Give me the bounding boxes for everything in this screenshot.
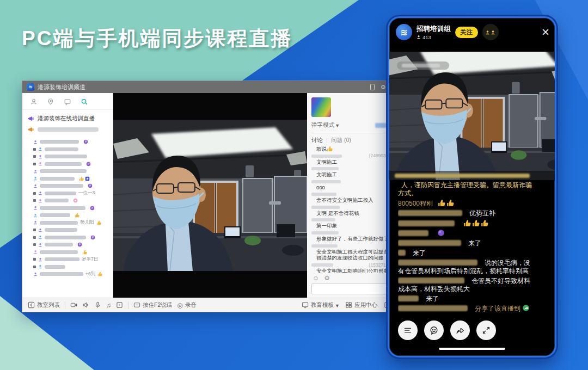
user-badges — [96, 220, 101, 225]
member-icon — [38, 235, 42, 239]
share-button[interactable] — [450, 320, 470, 340]
tab-questions[interactable]: 问题 (0) — [331, 137, 351, 144]
settings-icon[interactable]: ⚙ — [381, 84, 386, 90]
share-thumbnail[interactable] — [311, 97, 331, 117]
attendee-row[interactable] — [33, 198, 109, 203]
pc-bottom-bar: 教室列表 ♫ 按住F2说话 ◎ 录音 教育模板 ▾ — [22, 298, 421, 312]
redacted-link[interactable] — [375, 123, 387, 128]
admin-marker-icon — [33, 148, 36, 151]
record-button[interactable]: ◎ 录音 — [177, 301, 196, 309]
mode-label[interactable]: 弹字模式 — [311, 121, 334, 129]
comment-emojis — [463, 219, 488, 227]
comment-text: 来了 — [426, 295, 439, 303]
user-badges — [83, 139, 88, 144]
redacted-username — [40, 206, 85, 210]
attendee-list: 一位一3 — [22, 137, 113, 298]
attendee-row[interactable] — [33, 227, 109, 232]
device-icon[interactable] — [370, 84, 375, 90]
redacted-username — [45, 162, 82, 166]
member-icon — [38, 243, 42, 247]
attendee-row[interactable]: +6到 — [33, 272, 109, 276]
member-icon — [33, 220, 38, 225]
admin-marker-icon — [33, 199, 36, 202]
live-comment: 人，谨防因冒充主播管理受骗。留意最新诈骗方式。 — [398, 181, 536, 198]
push-to-talk-button[interactable]: 按住F2说话 — [133, 301, 172, 309]
attendee-row[interactable] — [33, 213, 109, 218]
message-text: 000 — [316, 184, 325, 190]
message-text: 文明施工 — [316, 159, 337, 165]
redacted-commenter-name — [398, 230, 428, 236]
key-icon — [133, 301, 140, 309]
search-icon[interactable] — [81, 98, 88, 106]
menu-lines-icon — [403, 325, 413, 335]
message-emojis — [327, 146, 333, 152]
microphone-icon[interactable] — [94, 301, 101, 309]
attendee-row[interactable]: 一位一3 — [33, 191, 109, 196]
admin-marker-icon — [33, 155, 36, 158]
home-indicator[interactable] — [439, 348, 505, 350]
message-icon[interactable] — [64, 98, 71, 106]
settings-small-icon[interactable]: ⚙ — [324, 274, 330, 282]
tab-discussion[interactable]: 讨论 — [311, 137, 323, 144]
live-comment: 来了 — [398, 295, 536, 303]
admin-marker-icon — [33, 266, 36, 268]
username-fragment: +6到 — [85, 271, 95, 278]
attendee-row[interactable] — [33, 235, 109, 240]
attendee-row[interactable] — [33, 264, 109, 269]
redacted-sender — [311, 244, 338, 248]
attendee-row[interactable] — [33, 176, 109, 181]
caret-down-icon[interactable]: ▾ — [336, 122, 339, 128]
redacted-username — [45, 236, 86, 239]
viewer-person-icon — [416, 35, 421, 39]
comment-text: 分享了该直播到 — [475, 305, 520, 312]
fullscreen-button[interactable] — [476, 320, 496, 340]
location-icon[interactable] — [47, 98, 54, 106]
camera-icon[interactable] — [70, 301, 77, 309]
follow-button[interactable]: 关注 — [455, 27, 478, 38]
contacts-icon[interactable] — [30, 98, 38, 106]
music-icon[interactable]: ♫ — [106, 301, 111, 309]
attendee-row[interactable] — [33, 162, 109, 166]
attendee-row[interactable] — [33, 206, 109, 211]
monitor-icon — [302, 301, 309, 309]
attendee-row[interactable] — [33, 169, 109, 174]
channel-item-redacted[interactable] — [28, 126, 107, 133]
close-icon[interactable]: × — [542, 26, 549, 39]
panel-grid-icon[interactable] — [116, 301, 123, 309]
pc-titlebar[interactable]: ≋ 港源装饰培训频道 ⚙ × — [22, 81, 421, 93]
redacted-sender — [311, 231, 339, 235]
app-logo-icon: ≋ — [396, 24, 412, 40]
pc-sidebar: 港源装饰在线培训直播 — [22, 93, 113, 298]
attendee-row[interactable] — [33, 250, 109, 255]
emoji-icon[interactable]: ☺ — [313, 274, 319, 282]
channel-item-live[interactable]: 港源装饰在线培训直播 — [28, 115, 107, 122]
megaphone-icon — [28, 115, 34, 122]
attendee-row[interactable] — [33, 183, 109, 188]
redacted-username — [40, 177, 75, 181]
attendee-row[interactable] — [33, 139, 109, 144]
member-icon — [38, 191, 42, 195]
rank-person-icon — [491, 30, 495, 35]
attendee-row[interactable]: 势儿阳 — [33, 220, 109, 225]
member-icon — [38, 199, 42, 203]
redacted-commenter-name — [398, 210, 462, 216]
user-badges — [79, 176, 90, 181]
sidebar-toolbar — [22, 96, 113, 110]
redacted-username — [45, 192, 76, 195]
attendee-row[interactable] — [33, 242, 109, 247]
user-badges — [73, 198, 78, 203]
pc-window-title: 港源装饰培训频道 — [38, 83, 85, 91]
user-badges — [90, 235, 95, 240]
speaker-icon[interactable] — [82, 301, 89, 309]
chat-button[interactable] — [424, 320, 444, 340]
comment-emojis — [522, 304, 530, 312]
classroom-list-button[interactable]: 教室列表 — [28, 301, 60, 309]
menu-button[interactable] — [398, 320, 418, 340]
app-center-button[interactable]: 应用中心 — [345, 301, 377, 309]
attendee-row[interactable]: 岁半7日 — [33, 257, 109, 262]
redacted-sender — [311, 206, 340, 209]
contribution-rank-badge[interactable] — [482, 24, 499, 40]
attendee-row[interactable] — [33, 154, 109, 159]
attendee-row[interactable] — [33, 147, 109, 152]
edu-template-button[interactable]: 教育模板 ▾ — [302, 301, 339, 309]
